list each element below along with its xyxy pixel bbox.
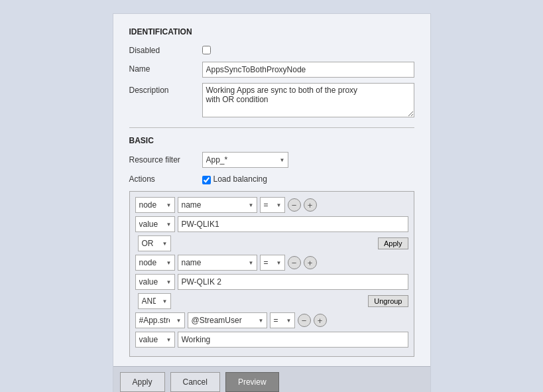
cond5-op-wrap: = != [270,312,295,328]
main-panel: IDENTIFICATION Disabled Name Description… [113,13,431,392]
disabled-checkbox[interactable] [202,46,211,54]
cond6-type-wrap: value node [135,332,175,348]
cond1-op-wrap: = != [260,197,285,213]
cond2-value-input[interactable] [178,216,408,232]
resource-filter-select-wrap: App_* App_all [202,152,288,168]
description-textarea[interactable] [202,83,414,117]
cond-row-4: value node [135,274,408,290]
ungroup-or-button[interactable]: Apply [378,237,408,249]
logic-or-row: OR AND Apply [135,235,408,251]
description-control [202,83,414,119]
cond6-type-select[interactable]: value node [135,332,175,348]
disabled-row: Disabled [129,43,414,56]
logic-or-select[interactable]: OR AND [138,235,171,251]
resource-filter-row: Resource filter App_* App_all [129,152,414,168]
apply-button[interactable]: Apply [120,372,165,392]
cond6-value-input[interactable] [178,332,408,348]
disabled-label: Disabled [129,43,202,55]
description-row: Description [129,83,414,119]
cond5-type-select[interactable]: #App.stre node value [135,312,185,328]
name-row: Name [129,62,414,78]
load-balancing-label[interactable]: Load balancing [202,173,267,184]
cond5-field-wrap: @StreamUser name [188,312,267,328]
cond3-remove-button[interactable]: − [288,256,301,269]
cond1-add-button[interactable]: + [304,198,317,212]
cond3-add-button[interactable]: + [304,256,317,269]
cond1-type-select[interactable]: node value #App.stre [135,197,175,213]
resource-filter-select[interactable]: App_* App_all [202,152,288,168]
cond5-op-select[interactable]: = != [270,312,295,328]
divider1 [129,127,414,128]
cond4-type-select[interactable]: value node [135,274,175,290]
cond-row-1: node value #App.stre name @StreamUser = … [135,197,408,213]
description-label: Description [129,83,202,95]
actions-row: Actions Load balancing [129,173,414,184]
logic-and-select[interactable]: AND OR [138,293,171,309]
cond3-op-select[interactable]: = != [260,255,285,271]
cond2-type-select[interactable]: value node [135,216,175,232]
cond5-add-button[interactable]: + [314,314,327,327]
actions-label: Actions [129,174,202,184]
cond-row-2: value node [135,216,408,232]
cond4-type-wrap: value node [135,274,175,290]
identification-title: IDENTIFICATION [129,27,414,36]
cond1-op-select[interactable]: = != [260,197,285,213]
conditions-box: node value #App.stre name @StreamUser = … [129,191,414,357]
disabled-control [202,43,414,56]
load-balancing-text: Load balancing [213,174,267,184]
logic-or-wrap: OR AND [138,235,171,251]
footer-bar: Apply Cancel Preview [113,366,430,392]
cond2-type-wrap: value node [135,216,175,232]
cond5-remove-button[interactable]: − [298,314,311,327]
cond3-field-wrap: name @StreamUser [178,255,257,271]
resource-filter-label: Resource filter [129,155,202,164]
name-control [202,62,414,78]
cond1-remove-button[interactable]: − [288,198,301,212]
load-balancing-checkbox[interactable] [202,176,211,184]
cond3-type-wrap: node value [135,255,175,271]
cond-row-5: #App.stre node value @StreamUser name = … [135,312,408,328]
cond-row-3: node value name @StreamUser = != − + [135,255,408,271]
cond3-op-wrap: = != [260,255,285,271]
cond3-field-select[interactable]: name @StreamUser [178,255,257,271]
cond1-field-select[interactable]: name @StreamUser [178,197,257,213]
cond3-type-select[interactable]: node value [135,255,175,271]
cond-row-6: value node [135,332,408,348]
name-label: Name [129,62,202,74]
logic-and-row: AND OR Ungroup [135,293,408,309]
ungroup-and-button[interactable]: Ungroup [368,295,408,307]
cond5-field-select[interactable]: @StreamUser name [188,312,267,328]
cond5-type-wrap: #App.stre node value [135,312,185,328]
name-input[interactable] [202,62,414,78]
logic-and-wrap: AND OR [138,293,171,309]
cond1-type-wrap: node value #App.stre [135,197,175,213]
cancel-button[interactable]: Cancel [170,372,220,392]
preview-button[interactable]: Preview [225,372,279,392]
cond1-field-wrap: name @StreamUser [178,197,257,213]
basic-title: BASIC [129,136,414,145]
cond4-value-input[interactable] [178,274,408,290]
